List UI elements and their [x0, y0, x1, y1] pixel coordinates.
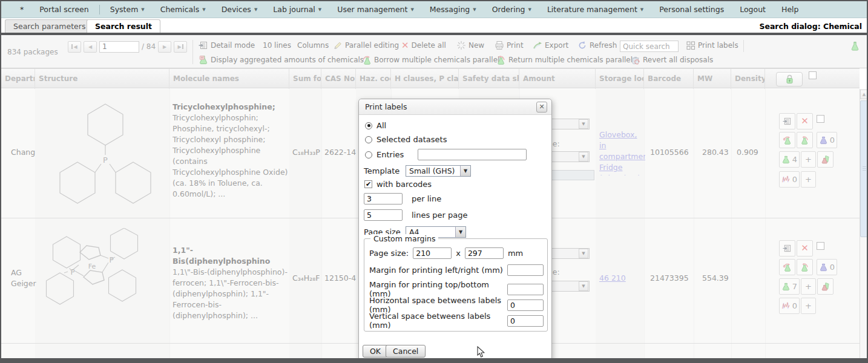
entries-input[interactable]: [418, 149, 527, 160]
lines-per-page-input[interactable]: [364, 209, 403, 221]
row1-dispose-button[interactable]: [817, 151, 833, 168]
quick-search-input[interactable]: [620, 41, 679, 52]
col-header-mw[interactable]: MW: [694, 69, 731, 89]
menu-item-chemicals[interactable]: Chemicals▼: [153, 1, 214, 18]
hspace-input[interactable]: [507, 299, 544, 311]
margin-tb-input[interactable]: [507, 284, 544, 295]
row1-add-spectrum-button[interactable]: +: [801, 171, 816, 188]
col-header-h-clauses[interactable]: H clauses, P clau: [391, 69, 459, 89]
menu-item-asterisk[interactable]: *: [12, 1, 31, 18]
menu-item-lab-journal[interactable]: Lab journal▼: [265, 1, 329, 18]
col-header-hazard[interactable]: Haz. coc: [356, 69, 391, 89]
cancel-button[interactable]: Cancel: [386, 345, 426, 358]
template-select[interactable]: Small (GHS) ▼: [406, 165, 471, 177]
select-all-checkbox[interactable]: [809, 71, 817, 79]
margin-lr-input[interactable]: [507, 264, 544, 276]
lines-button[interactable]: 10 lines: [263, 40, 291, 51]
ok-button[interactable]: OK: [363, 345, 388, 358]
col-header-sum-formula[interactable]: Sum for: [289, 69, 321, 89]
row1-blue-flask-button[interactable]: 0: [817, 132, 837, 148]
tab-search-result[interactable]: Search result: [87, 19, 160, 33]
row2-borrow-button[interactable]: [779, 259, 795, 275]
parallel-editing-button[interactable]: Parallel editing: [333, 40, 399, 51]
row2-green-flask-button[interactable]: 7: [779, 278, 800, 295]
print-button[interactable]: Print: [495, 40, 524, 51]
row2-storage-location-link[interactable]: 46 210: [599, 273, 645, 284]
radio-entries[interactable]: [365, 151, 372, 159]
row1-detail-button[interactable]: [779, 113, 795, 129]
borrow-parallel-button[interactable]: Borrow multiple chemicals parallel: [362, 54, 499, 65]
next-page-button[interactable]: ▶: [158, 41, 171, 53]
delete-all-button[interactable]: ✕ Delete all: [401, 40, 446, 51]
menu-item-help[interactable]: Help: [774, 1, 807, 18]
prev-page-button[interactable]: ◀: [84, 41, 97, 53]
col-header-amount[interactable]: Amount: [519, 69, 596, 89]
row1-storage-location-link[interactable]: Glovebox, in compartment Fridge (Glovebo…: [599, 129, 645, 175]
page-width-input[interactable]: [413, 247, 452, 259]
row2-detail-button[interactable]: [779, 240, 795, 257]
row1-select-checkbox[interactable]: [817, 115, 824, 123]
page-height-input[interactable]: [465, 247, 504, 259]
menu-item-personal-settings[interactable]: Personal settings: [651, 1, 732, 18]
template-row: Template Small (GHS) ▼: [364, 165, 471, 177]
row2-spectrum-count: 0: [792, 301, 797, 310]
menu-item-ordering[interactable]: Ordering▼: [484, 1, 539, 18]
vspace-input[interactable]: [507, 315, 544, 327]
scrollbar-thumb[interactable]: [860, 100, 868, 237]
col-header-storage[interactable]: Storage loca: [596, 69, 644, 89]
revert-disposals-button[interactable]: Revert all disposals: [631, 54, 713, 65]
menu-item-logout[interactable]: Logout: [732, 1, 774, 18]
row2-return-button[interactable]: [797, 259, 813, 275]
scrollbar-up-button[interactable]: ▲: [860, 90, 868, 99]
row1-green-flask-button[interactable]: 4: [779, 151, 800, 168]
page-number-input[interactable]: [99, 41, 139, 53]
export-button[interactable]: Export: [533, 40, 568, 51]
tab-search-parameters[interactable]: Search parameters: [5, 19, 94, 33]
row2-structure-drawing: Fe P P: [38, 228, 171, 331]
row2-dispose-button[interactable]: [817, 278, 833, 295]
aggregated-flask-icon[interactable]: [850, 41, 860, 52]
radio-all[interactable]: [365, 122, 372, 129]
with-barcodes-checkbox[interactable]: ✔: [364, 180, 372, 188]
first-page-button[interactable]: ◀: [68, 41, 81, 53]
lock-columns-button[interactable]: [776, 72, 803, 87]
col-header-barcode[interactable]: Barcode: [644, 69, 694, 89]
print-labels-button[interactable]: Print labels: [686, 40, 738, 51]
menu-item-devices[interactable]: Devices▼: [214, 1, 266, 18]
row1-delete-button[interactable]: ✕: [797, 113, 813, 129]
refresh-button[interactable]: Refresh: [577, 40, 617, 51]
dialog-close-button[interactable]: ✕: [536, 102, 547, 113]
detail-mode-button[interactable]: Detail mode: [199, 40, 255, 51]
col-header-cas[interactable]: CAS No.: [321, 69, 356, 89]
col-header-department[interactable]: Departn: [1, 69, 35, 89]
row2-add-spectrum-button[interactable]: +: [801, 298, 816, 314]
return-parallel-button[interactable]: Return multiple chemicals parallel: [496, 54, 633, 65]
menu-item-portal-screen[interactable]: Portal screen: [31, 1, 96, 18]
row1-borrow-button[interactable]: [779, 132, 795, 148]
display-aggregated-button[interactable]: Display aggregated amounts of chemicals: [199, 54, 364, 65]
row1-return-button[interactable]: [797, 132, 813, 148]
col-header-sds[interactable]: Safety data shee: [459, 69, 519, 89]
row2-blue-flask-button[interactable]: 0: [817, 259, 837, 275]
radio-selected-datasets[interactable]: [365, 136, 372, 143]
row1-add-package-button[interactable]: +: [801, 151, 816, 168]
col-header-density[interactable]: Density (: [731, 69, 765, 89]
delete-x-icon: ✕: [401, 41, 409, 50]
menu-item-literature-management[interactable]: Literature management▼: [539, 1, 651, 18]
per-line-input[interactable]: [364, 193, 403, 204]
menu-item-messaging[interactable]: Messaging▼: [422, 1, 484, 18]
dropdown-arrow-icon: ▼: [473, 7, 476, 12]
row2-delete-button[interactable]: ✕: [797, 240, 813, 257]
new-button[interactable]: New: [456, 40, 484, 51]
col-header-molecule-names[interactable]: Molecule names: [169, 69, 289, 89]
col-header-structure[interactable]: Structure: [35, 69, 169, 89]
last-page-button[interactable]: ▶: [174, 41, 187, 53]
row2-spectra-button[interactable]: 0: [779, 298, 800, 314]
columns-button[interactable]: Columns: [297, 40, 329, 51]
menu-item-system[interactable]: System▼: [102, 1, 153, 18]
row1-spectra-button[interactable]: 0: [779, 171, 800, 188]
row2-add-package-button[interactable]: +: [801, 278, 816, 295]
menu-item-user-management[interactable]: User management▼: [329, 1, 422, 18]
detail-mode-icon: [783, 117, 792, 126]
row2-select-checkbox[interactable]: [817, 242, 824, 250]
